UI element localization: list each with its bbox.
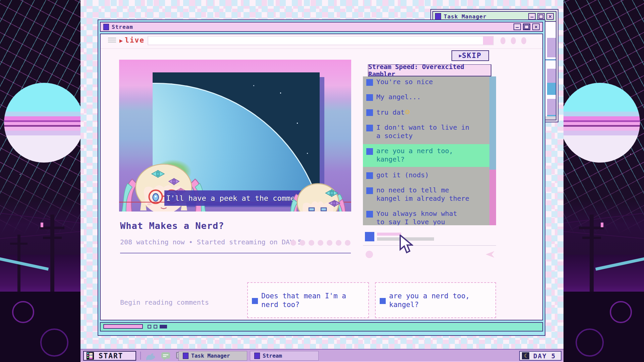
app-icon: [183, 353, 189, 359]
chat-messages: You're so nice My angel... tru dat☺ I do…: [363, 76, 489, 225]
viewer-dot: [300, 240, 305, 246]
info-divider: [120, 253, 351, 253]
toolbar-divider: [101, 48, 542, 49]
toolbar-dot: [521, 37, 526, 44]
chat-message-text: got it (nods): [376, 171, 429, 179]
viewer-dot: [309, 240, 314, 246]
address-bar[interactable]: [148, 36, 494, 45]
viewer-dot: [318, 240, 323, 246]
stream-meta: 208 watching now • Started streaming on …: [120, 238, 302, 246]
stream-title: What Makes a Nerd?: [120, 221, 224, 231]
send-icon[interactable]: [485, 250, 495, 259]
chat-message: You always know what to say I love you: [363, 209, 489, 225]
viewer-dot: [336, 240, 341, 246]
smiley-emoji: ☺: [405, 108, 410, 116]
start-button[interactable]: START: [83, 351, 136, 361]
tm-list-bar: [547, 99, 556, 115]
stream-titlebar[interactable]: Stream – ×: [100, 22, 543, 32]
vapor-sphere-right: [560, 83, 640, 163]
clock-label: DAY 5: [533, 352, 556, 360]
maximize-button[interactable]: [523, 23, 530, 30]
taskbar-window-label: Task Manager: [191, 353, 230, 359]
vapor-sphere-left: [4, 83, 84, 163]
taskbar: START Task Manager Stream ☾ DAY 5: [80, 349, 564, 362]
chat-message: no need to tell me kangel im already the…: [363, 185, 489, 203]
typing-avatar: [365, 232, 374, 241]
app-icon: [103, 24, 109, 30]
viewer-dots: [290, 240, 351, 246]
chat-scrollbar-upper[interactable]: [489, 76, 496, 170]
start-label: START: [99, 352, 123, 360]
comment-choice-1[interactable]: Does that mean I'm a nerd too?: [247, 282, 369, 318]
viewer-dot: [327, 240, 332, 246]
toolbar-dot: [500, 37, 505, 44]
app-icon: [435, 13, 441, 20]
app-icon: [254, 353, 260, 359]
chat-input-divider: [363, 245, 496, 246]
chat-message-text: You always know what to say I love you: [376, 209, 457, 225]
taskbar-window-button[interactable]: Task Manager: [178, 351, 247, 361]
pole-crossbar: [10, 243, 28, 245]
tm-list-bar-selected: [547, 83, 556, 95]
chat-message: are you a nerd too, kangel?: [363, 144, 496, 167]
stage-gear-right: [562, 292, 644, 362]
mouse-cursor: [399, 235, 413, 254]
taskbar-windows: Task Manager Stream: [178, 351, 319, 361]
pole-light: [601, 223, 603, 227]
chat-message-text: no need to tell me kangel im already the…: [376, 186, 469, 203]
taskbar-separator: [140, 352, 141, 360]
window-title: Stream: [112, 24, 511, 30]
toolbar-dot: [511, 37, 516, 44]
comment-choice-text: Does that mean I'm a nerd too?: [261, 292, 346, 309]
minimize-button[interactable]: –: [528, 13, 536, 20]
comment-choice-text: are you a nerd too, kangel?: [389, 292, 470, 309]
status-square: [154, 325, 157, 328]
chat-message: got it (nods): [363, 170, 489, 180]
chat-avatar: [366, 79, 373, 86]
chat-bubble-icon[interactable]: [160, 351, 171, 361]
stream-content: ▶live ▶SKIP Stream Speed: Overexcited Ra…: [100, 34, 543, 320]
chat-message-text: You're so nice: [376, 78, 433, 86]
menu-icon[interactable]: [108, 38, 116, 43]
taskbar-window-button[interactable]: Stream: [250, 351, 319, 361]
close-button[interactable]: ×: [532, 23, 540, 30]
chat-message: My angel...: [363, 92, 489, 102]
viewer-dot: [290, 240, 296, 246]
chat-avatar: [366, 172, 373, 179]
tm-divider: [544, 59, 556, 60]
chat-message-text: My angel...: [376, 93, 421, 101]
chat-message: I don't want to live in a society: [363, 123, 489, 141]
maximize-button[interactable]: [537, 13, 545, 20]
address-bar-block: [483, 37, 493, 45]
progress-block: [103, 324, 143, 329]
viewer-dot: [345, 240, 351, 246]
chat-avatar: [366, 187, 373, 194]
typing-username-placeholder: [377, 233, 401, 236]
stream-speed-label: Stream Speed: Overexcited Rambler: [368, 64, 491, 76]
game-screenshot: Task Manager – × × Stream: [0, 0, 644, 362]
skip-button[interactable]: ▶SKIP: [451, 50, 489, 61]
minimize-button[interactable]: –: [514, 23, 521, 30]
bird-icon[interactable]: [145, 351, 156, 361]
taskbar-clock: ☾ DAY 5: [519, 351, 561, 361]
pole-crossbar: [579, 227, 604, 229]
stream-window: Stream – × ▶live ▶SKIP Stre: [98, 19, 545, 336]
chat-message: tru dat☺: [363, 107, 489, 117]
chat-message-text: are you a nerd too, kangel?: [376, 147, 453, 164]
chat-message: You're so nice: [363, 77, 489, 87]
chat-panel: You're so nice My angel... tru dat☺ I do…: [363, 76, 496, 225]
close-button[interactable]: ×: [546, 13, 554, 20]
emoji-button[interactable]: [366, 251, 373, 258]
chat-scrollbar-thumb[interactable]: [489, 170, 496, 225]
pole-crossbar: [43, 237, 62, 239]
comment-choice-2[interactable]: are you a nerd too, kangel?: [375, 282, 496, 318]
pole-crossbar: [582, 237, 601, 239]
comment-avatar: [252, 298, 258, 304]
chat-avatar: [366, 211, 373, 218]
tm-list-bar: [547, 38, 556, 57]
pole-crossbar: [40, 227, 64, 229]
corner-character: [286, 179, 350, 212]
moon-icon: ☾: [522, 352, 529, 359]
chat-message-text: tru dat☺: [376, 108, 410, 117]
status-square-filled: [160, 325, 167, 328]
